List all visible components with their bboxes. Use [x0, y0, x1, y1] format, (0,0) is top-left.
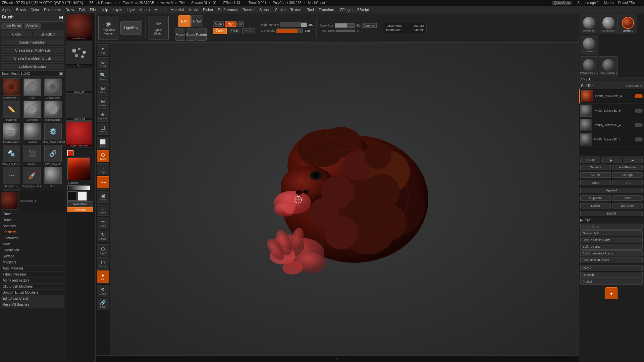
zadd-button[interactable]: Zadd	[213, 28, 227, 34]
all-low-button[interactable]: All Low	[580, 172, 611, 178]
brush-item-insertsphere[interactable]: InsertSphere	[43, 101, 63, 121]
prop-tablet-pressure[interactable]: Tablet Pressure	[1, 272, 64, 278]
subtool-arrow2-button[interactable]: ▶	[623, 158, 643, 163]
menu-movie[interactable]: Movie	[189, 8, 198, 12]
brush-item-move[interactable]: Move	[43, 167, 63, 188]
insert-button[interactable]: Insert	[612, 195, 643, 201]
menu-picker[interactable]: Picker	[203, 8, 213, 12]
move-view-button[interactable]: ↕ Move	[97, 204, 109, 216]
sph-sphere3d1[interactable]: Sphere3D1	[580, 35, 598, 55]
lsym-button[interactable]: ↔ L.Sym	[97, 163, 109, 175]
menu-stroke[interactable]: Stroke	[275, 8, 286, 12]
menu-color[interactable]: Color	[31, 8, 39, 12]
clone-button[interactable]: Clone	[1, 32, 32, 37]
rename-button[interactable]: Rename	[580, 165, 611, 170]
prop-samples[interactable]: Samples	[1, 223, 64, 229]
scale-view-button[interactable]: ⇔ Scale	[97, 217, 109, 229]
merge-button[interactable]: Merge	[580, 265, 643, 271]
reset-all-brushes-btn[interactable]: Reset All Brushes	[1, 302, 64, 308]
prop-smooth-brush[interactable]: Smooth Brush Modifiers	[1, 290, 64, 296]
menu-zscript[interactable]: ZScript	[357, 8, 369, 12]
split-similar-parts-button[interactable]: Split To Similar Parts	[580, 237, 643, 243]
create-insert-multi-mesh-button[interactable]: Create InsertMultiMesh	[1, 48, 64, 53]
prop-alpha-texture[interactable]: Alpha and Texture	[1, 278, 64, 284]
dynamic-button[interactable]: Dynamic	[362, 23, 377, 28]
brush-item-clay[interactable]: Clay	[22, 78, 42, 99]
solo-button[interactable]: ● Solo	[97, 270, 109, 283]
rotate-view-button[interactable]: ↻ Rotate	[97, 230, 109, 242]
del-all-button[interactable]: Del All	[580, 211, 643, 216]
del-other-button[interactable]: Del Other	[612, 203, 643, 208]
paste-button[interactable]: Paste	[612, 180, 643, 185]
menu-edit[interactable]: Edit	[79, 8, 85, 12]
menu-render[interactable]: Render	[243, 8, 255, 12]
subtool-arrow-button[interactable]: ▶	[601, 158, 621, 163]
brush-thumb-insertmesh1[interactable]: InsertMesh_1	[66, 14, 92, 40]
list-all-button[interactable]: List All	[580, 158, 600, 163]
brush-thumb-alpha-off[interactable]: Alpha_Off	[66, 68, 92, 94]
zoom-button[interactable]: 🔍 Zoom	[97, 70, 109, 82]
sph-sphere3d[interactable]: Sphere3D	[619, 14, 637, 34]
menu-help[interactable]: Help	[101, 8, 108, 12]
groups-split-button[interactable]: Groups Split	[580, 230, 643, 236]
brush-item-imm-spaceship[interactable]: 🚀 IMM_SpaceShip	[22, 167, 42, 188]
brush-expand-icon[interactable]: ⊞	[59, 15, 63, 20]
aahalf-button[interactable]: ⊟ AAHalf	[97, 97, 109, 109]
color-picker-gradient[interactable]	[67, 158, 90, 180]
lightbox-brushes-button[interactable]: Lightbox▸ Brushes	[1, 64, 64, 69]
brush-item-imm-curve[interactable]: 〜 IMM_Curve	[2, 167, 21, 188]
zscript-btn[interactable]: DefaultZScript	[618, 1, 639, 5]
setup-button[interactable]: ⚙ Setup	[97, 285, 109, 297]
prop-fibermesh[interactable]: FiberMesh	[1, 235, 64, 241]
brush-item-insertcylinder[interactable]: InsertCylinder	[2, 123, 21, 143]
subtool-item-1[interactable]: PM3D_Sphere3D_5	[579, 104, 644, 118]
menu-zplugin[interactable]: ZPlugin	[340, 8, 353, 12]
menu-transform[interactable]: Transform	[319, 8, 335, 12]
sph-pm3d-2[interactable]: PM3D_Sph3D_2	[599, 56, 618, 76]
gxyz-button[interactable]: GXyz	[97, 176, 109, 188]
quick-sketch-button[interactable]: ✏ QuickSketch	[149, 16, 169, 40]
brush-item-imm-machineparts[interactable]: ⚙️ IMM_MachineParts	[43, 123, 63, 143]
edit-button[interactable]: Edit	[178, 15, 191, 27]
black-swatch[interactable]	[67, 191, 77, 201]
prop-twist[interactable]: Twist	[1, 241, 64, 247]
brush-item-insertmesh1[interactable]: InsertMesh_1	[2, 78, 21, 99]
quicksave-btn[interactable]: QuickSave	[552, 1, 572, 5]
edit-brush-credit-btn[interactable]: Edit Brush Credit	[1, 296, 64, 302]
zsub-button[interactable]: Zsub	[228, 28, 241, 34]
prop-depth[interactable]: Depth	[1, 217, 64, 223]
brush-thumb-matte-red[interactable]: Matte_Red_Wax	[66, 121, 92, 147]
prop-surface[interactable]: Surface	[1, 253, 64, 259]
subtool-zoom-btn[interactable]: Zoom	[634, 84, 642, 87]
foreground-color-indicator[interactable]	[67, 150, 73, 156]
menu-tool[interactable]: Tool	[307, 8, 314, 12]
all-high-button[interactable]: All High	[612, 172, 643, 178]
transp-button[interactable]: ◻ Transp	[97, 257, 109, 269]
menu-material[interactable]: Material	[171, 8, 184, 12]
alternate-button[interactable]: Alternate	[67, 207, 93, 212]
sph-pm3d-1[interactable]: PM3D_Sph3D_1	[580, 56, 598, 76]
create-insert-mesh-button[interactable]: Create InsertMesh	[1, 40, 64, 45]
prop-orientation[interactable]: Orientation	[1, 247, 64, 253]
focal-shift-slider[interactable]	[335, 29, 356, 32]
persp-button[interactable]: ◰ Persp	[97, 123, 109, 135]
prop-elasticity[interactable]: Elasticity	[1, 229, 64, 235]
mrgb-button[interactable]: Mrgb	[213, 21, 224, 27]
menu-stencil[interactable]: Stencil	[259, 8, 270, 12]
menu-macro[interactable]: Macro	[140, 8, 150, 12]
menu-brush[interactable]: Brush	[16, 8, 26, 12]
actual-button[interactable]: ⊞ Actual	[97, 83, 109, 96]
projection-master-button[interactable]: ◉ ProjectionMaster	[98, 16, 118, 40]
frame-button[interactable]: ▣ Frame	[97, 191, 109, 203]
switch-color-button[interactable]: SwitchColor	[67, 201, 93, 206]
brush-item-imm-ind-parts[interactable]: 🔩 IMM_Ind_Parts	[2, 145, 21, 166]
brush-item-claybuildup[interactable]: ClayBuildup	[43, 78, 63, 99]
load-brush-button[interactable]: Load Brush	[1, 23, 23, 29]
subtool-scroll-btn[interactable]: Scroll	[625, 84, 633, 87]
prop-curve[interactable]: Curve	[1, 211, 64, 217]
subtool-toggle-3[interactable]	[635, 137, 643, 141]
brush-item-smooth[interactable]: Smooth	[22, 123, 42, 143]
brush-item-mastpen[interactable]: ✏️ MastPen	[2, 101, 21, 121]
split-hidden-button[interactable]: Split Hidden	[580, 224, 643, 230]
append-button[interactable]: Append	[580, 188, 643, 193]
